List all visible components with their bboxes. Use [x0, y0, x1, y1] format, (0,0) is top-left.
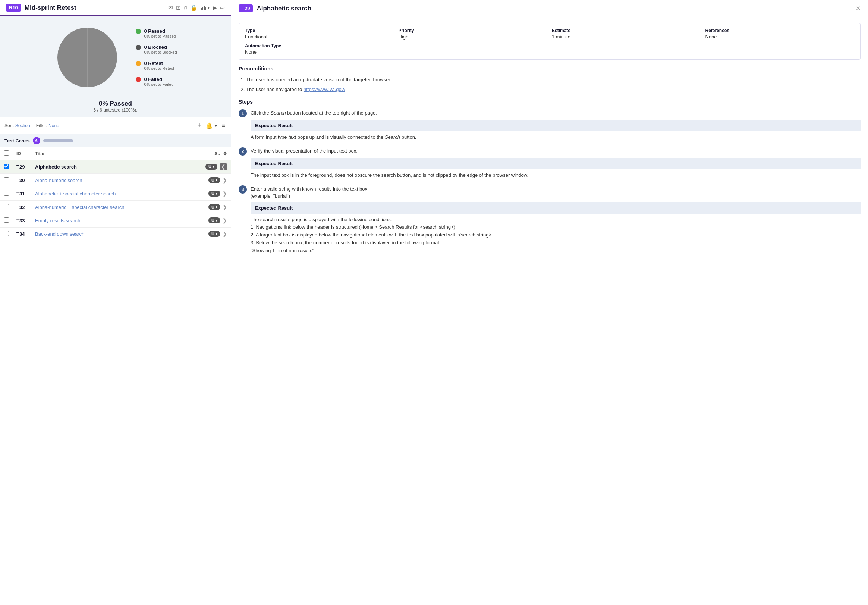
status-badge[interactable]: U ▾ — [208, 177, 220, 183]
step-3-expected-text: The search results page is displayed wit… — [251, 216, 860, 255]
row-id[interactable]: T33 — [13, 214, 31, 228]
failed-count: 0 Failed — [144, 76, 174, 82]
step-1: 1 Click the Search button located at the… — [239, 109, 860, 141]
precondition-2: The user has navigated to https://www.va… — [246, 86, 860, 93]
notify-button[interactable]: 🔔 ▾ — [205, 121, 219, 130]
row-checkbox[interactable] — [4, 204, 9, 209]
status-badge[interactable]: U ▾ — [205, 164, 217, 170]
status-badge[interactable]: U ▾ — [208, 217, 220, 223]
row-expand-arrow[interactable]: ❯ — [223, 204, 227, 210]
test-cases-badge: 6 — [33, 137, 40, 144]
test-cases-table: ID Title St. ⚙ T29 Alphabetic search U ▾… — [0, 147, 231, 605]
table-row[interactable]: T32 Alpha-numeric + special character se… — [0, 201, 231, 214]
chart-legend: 0 Passed 0% set to Passed 0 Blocked 0% s… — [136, 28, 177, 87]
edit-icon[interactable]: ✏ — [220, 5, 225, 11]
filter-label: Filter: None — [36, 123, 59, 128]
legend-blocked: 0 Blocked 0% set to Blocked — [136, 44, 177, 54]
info-box: Type Functional Priority High Estimate 1… — [239, 23, 860, 60]
passed-sub: 0% set to Passed — [144, 34, 176, 39]
status-badge[interactable]: U ▾ — [208, 231, 220, 237]
table-row[interactable]: T31 Alphabetic + special character searc… — [0, 187, 231, 201]
comment-icon[interactable]: ✉ — [168, 5, 173, 11]
passed-detail: 6 / 6 untested (100%). — [0, 107, 231, 113]
row-title[interactable]: Back-end down search — [31, 228, 201, 241]
status-badge[interactable]: U ▾ — [208, 191, 220, 197]
select-all-header — [0, 147, 13, 160]
left-header: R10 Mid-sprint Retest ✉ ⊡ ⎙ 🔒 ▾ ▶ ✏ — [0, 0, 231, 16]
row-title[interactable]: Empty results search — [31, 214, 201, 228]
blocked-sub: 0% set to Blocked — [144, 50, 177, 54]
row-expand-arrow[interactable]: ❮ — [220, 163, 227, 170]
test-cases-title: Test Cases — [5, 138, 30, 144]
row-expand-arrow[interactable]: ❯ — [223, 191, 227, 197]
step-1-expected-text: A form input type text pops up and is vi… — [251, 133, 860, 141]
row-id[interactable]: T29 — [13, 160, 31, 174]
table-row[interactable]: T29 Alphabetic search U ▾ ❮ — [0, 160, 231, 174]
add-button[interactable]: + — [197, 121, 203, 130]
status-badge[interactable]: U ▾ — [208, 204, 220, 210]
list-view-button[interactable]: ≡ — [221, 121, 226, 130]
id-column-header: ID — [13, 147, 31, 160]
filter-value[interactable]: None — [48, 123, 59, 128]
type-value: Functional — [245, 34, 394, 40]
step-1-number: 1 — [239, 109, 247, 118]
left-panel: R10 Mid-sprint Retest ✉ ⊡ ⎙ 🔒 ▾ ▶ ✏ — [0, 0, 231, 605]
steps-title: Steps — [239, 99, 253, 105]
row-checkbox[interactable] — [4, 177, 9, 182]
row-id[interactable]: T30 — [13, 174, 31, 187]
estimate-field: Estimate 1 minute — [552, 28, 701, 40]
row-checkbox[interactable] — [4, 231, 9, 236]
svg-rect-0 — [201, 8, 202, 10]
step-3: 3 Enter a valid string with known result… — [239, 185, 860, 255]
row-id[interactable]: T31 — [13, 187, 31, 201]
table-row[interactable]: T30 Alpha-numeric search U ▾ ❯ — [0, 174, 231, 187]
row-expand-arrow[interactable]: ❯ — [223, 231, 227, 237]
step-2-expected-box: Expected Result — [251, 158, 860, 169]
legend-passed: 0 Passed 0% set to Passed — [136, 28, 177, 39]
failed-sub: 0% set to Failed — [144, 82, 174, 87]
row-checkbox[interactable] — [4, 191, 9, 196]
row-id[interactable]: T34 — [13, 228, 31, 241]
step-1-expected-box: Expected Result — [251, 120, 860, 131]
step-3-row: 3 Enter a valid string with known result… — [239, 185, 860, 200]
step-2-number: 2 — [239, 147, 247, 155]
run-badge: R10 — [6, 4, 21, 12]
legend-retest: 0 Retest 0% set to Retest — [136, 60, 177, 70]
archive-icon[interactable]: ⊡ — [176, 5, 181, 11]
row-checkbox[interactable] — [4, 217, 9, 223]
type-field: Type Functional — [245, 28, 394, 40]
legend-failed: 0 Failed 0% set to Failed — [136, 76, 177, 87]
table-header-row: ID Title St. ⚙ — [0, 147, 231, 160]
print-icon[interactable]: ⎙ — [184, 5, 187, 11]
column-settings-icon[interactable]: ⚙ — [223, 151, 227, 156]
row-checkbox[interactable] — [4, 164, 9, 169]
blocked-legend-text: 0 Blocked 0% set to Blocked — [144, 44, 177, 54]
row-title[interactable]: Alphabetic + special character search — [31, 187, 201, 201]
va-gov-link[interactable]: https://www.va.gov/ — [304, 87, 345, 92]
step-3-expected-label: Expected Result — [255, 205, 856, 211]
row-title[interactable]: Alpha-numeric + special character search — [31, 201, 201, 214]
test-case-badge: T29 — [239, 5, 253, 12]
row-checkbox-cell — [0, 160, 13, 174]
row-expand-arrow[interactable]: ❯ — [223, 177, 227, 183]
priority-value: High — [398, 34, 548, 40]
select-all-checkbox[interactable] — [4, 150, 9, 155]
priority-label: Priority — [398, 28, 548, 33]
svg-rect-1 — [202, 7, 203, 10]
chart-dropdown[interactable]: ▾ — [200, 5, 209, 11]
retest-dot — [136, 61, 141, 66]
row-status-cell: U ▾ ❯ — [201, 214, 231, 227]
lock-icon[interactable]: 🔒 — [190, 5, 197, 11]
sort-value[interactable]: Section — [15, 123, 30, 128]
row-id[interactable]: T32 — [13, 201, 31, 214]
close-button[interactable]: ✕ — [856, 5, 860, 12]
right-content: Type Functional Priority High Estimate 1… — [231, 17, 868, 605]
table-row[interactable]: T33 Empty results search U ▾ ❯ — [0, 214, 231, 228]
play-icon[interactable]: ▶ — [212, 5, 217, 11]
row-title[interactable]: Alpha-numeric search — [31, 174, 201, 187]
retest-legend-text: 0 Retest 0% set to Retest — [144, 60, 174, 70]
row-title[interactable]: Alphabetic search — [31, 160, 201, 174]
row-expand-arrow[interactable]: ❯ — [223, 217, 227, 223]
row-status-cell: U ▾ ❯ — [201, 174, 231, 186]
table-row[interactable]: T34 Back-end down search U ▾ ❯ — [0, 228, 231, 241]
